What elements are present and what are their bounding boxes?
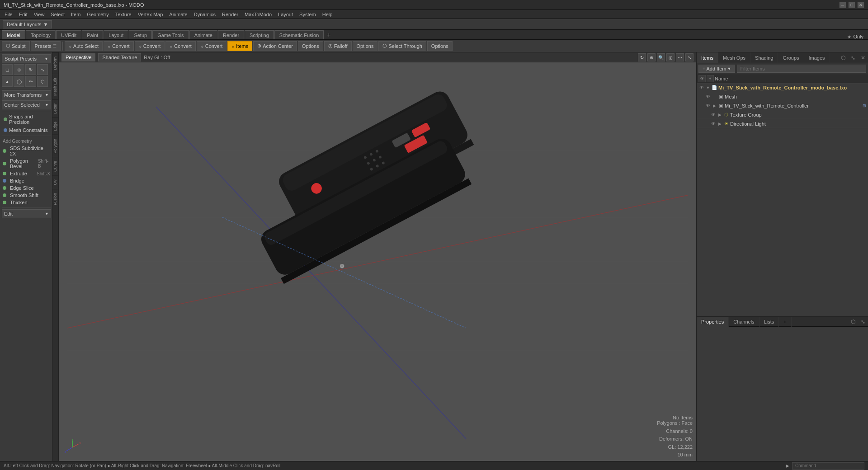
- sculpt-presets-header[interactable]: Sculpt Presets ▼: [2, 54, 51, 63]
- icon-cell-5[interactable]: ▲: [2, 76, 13, 87]
- viewport-zoom-icon[interactable]: 🔍: [657, 53, 665, 61]
- side-tab-uv[interactable]: UV: [52, 175, 58, 189]
- presets-button[interactable]: Presets ☰: [31, 41, 61, 51]
- tab-scripting[interactable]: Scripting: [245, 30, 274, 39]
- item-row-root[interactable]: 👁 ▼ 📄 Mi_TV_Stick_with_Remote_Controller…: [697, 83, 868, 92]
- menu-layout[interactable]: Layout: [275, 11, 296, 18]
- mesh-constraints-btn[interactable]: Mesh Constraints: [2, 126, 51, 134]
- icon-cell-3[interactable]: ↻: [25, 64, 36, 75]
- item-eye-root[interactable]: 👁: [698, 85, 705, 91]
- snaps-precision-btn[interactable]: Snaps and Precision: [2, 113, 51, 126]
- item-row-texture[interactable]: 👁 ▶ ⬡ Texture Group: [697, 110, 868, 119]
- item-eye-texture[interactable]: 👁: [710, 112, 717, 118]
- filter-items-input[interactable]: [737, 65, 866, 73]
- convert2-button[interactable]: ⬦ Convert: [135, 41, 165, 51]
- side-tab-mesh-edit[interactable]: Mesh Edit: [52, 74, 58, 99]
- items-button[interactable]: ⬦ Items: [227, 41, 252, 51]
- side-tab-curve[interactable]: Curve: [52, 157, 58, 175]
- menu-render[interactable]: Render: [219, 11, 241, 18]
- convert1-button[interactable]: ⬦ Convert: [104, 41, 134, 51]
- bridge-row[interactable]: Bridge: [2, 177, 51, 184]
- command-input[interactable]: [792, 462, 864, 470]
- rb-tab-channels[interactable]: Channels: [729, 317, 759, 327]
- item-row-mesh[interactable]: 👁 ▣ Mesh: [697, 92, 868, 101]
- right-tab-shading[interactable]: Shading: [750, 52, 778, 63]
- item-expand-light[interactable]: ▶: [717, 122, 722, 126]
- tab-animate[interactable]: Animate: [189, 30, 217, 39]
- convert3-button[interactable]: ⬦ Convert: [165, 41, 196, 51]
- item-eye-remote[interactable]: 👁: [705, 103, 711, 109]
- options2-button[interactable]: Options: [353, 41, 378, 51]
- right-panel-icon3[interactable]: ✕: [858, 54, 868, 62]
- edge-slice-row[interactable]: Edge Slice: [2, 184, 51, 192]
- falloff-button[interactable]: ◎ Falloff: [324, 41, 352, 51]
- side-tab-fusion[interactable]: Fusion: [52, 189, 58, 209]
- close-button[interactable]: ✕: [857, 2, 864, 8]
- item-row-remote[interactable]: 👁 ▶ ▣ Mi_TV_Stick_with_Remote_Controller…: [697, 101, 868, 110]
- sculpt-button[interactable]: ⬡ Sculpt: [2, 41, 30, 51]
- item-eye-light[interactable]: 👁: [710, 121, 717, 127]
- right-panel-icon2[interactable]: ⤡: [848, 54, 858, 62]
- smooth-shift-row[interactable]: Smooth Shift: [2, 192, 51, 199]
- menu-edit[interactable]: Edit: [16, 11, 30, 18]
- side-tab-edge[interactable]: Edge: [52, 118, 58, 135]
- tab-setup[interactable]: Setup: [129, 30, 152, 39]
- viewport[interactable]: Perspective Shaded Texture Ray GL: Off ↻…: [59, 52, 696, 461]
- col-eye-header[interactable]: 👁: [698, 75, 706, 82]
- icon-cell-1[interactable]: ◻: [2, 64, 13, 75]
- add-item-button[interactable]: + Add Item ▼: [698, 65, 735, 73]
- icon-cell-4[interactable]: ⤡: [37, 64, 48, 75]
- viewport-expand-icon[interactable]: ⤡: [685, 53, 693, 61]
- side-tab-deform[interactable]: Deform: [52, 52, 58, 74]
- options3-button[interactable]: Options: [427, 41, 453, 51]
- select-through-button[interactable]: ⬡ Select Through: [378, 41, 426, 51]
- rb-icon1[interactable]: ⬡: [848, 318, 858, 326]
- menu-animate[interactable]: Animate: [166, 11, 190, 18]
- viewport-grid-icon[interactable]: ⊕: [647, 53, 656, 61]
- more-transforms-dropdown[interactable]: More Transforms ▼: [2, 90, 51, 99]
- edit-dropdown[interactable]: Edit ▼: [2, 209, 51, 218]
- right-tab-items[interactable]: Items: [697, 52, 718, 63]
- icon-cell-8[interactable]: ⬡: [37, 76, 48, 87]
- convert4-button[interactable]: ⬦ Convert: [197, 41, 227, 51]
- right-tab-meshops[interactable]: Mesh Ops: [718, 52, 750, 63]
- side-tab-letter[interactable]: Letter: [52, 99, 58, 118]
- menu-system[interactable]: System: [297, 11, 319, 18]
- icon-cell-6[interactable]: ◯: [14, 76, 24, 87]
- menu-file[interactable]: File: [2, 11, 15, 18]
- menu-help[interactable]: Help: [320, 11, 335, 18]
- right-tab-groups[interactable]: Groups: [778, 52, 804, 63]
- options1-button[interactable]: Options: [298, 41, 323, 51]
- auto-select-button[interactable]: ⬦ Auto Select: [65, 41, 103, 51]
- side-tab-polygon[interactable]: Polygon: [52, 135, 58, 157]
- action-center-button[interactable]: ⊕ Action Center: [253, 41, 297, 51]
- viewport-tab-shaded[interactable]: Shaded Texture: [98, 53, 141, 61]
- right-panel-icon1[interactable]: ⬡: [838, 54, 848, 62]
- right-tab-images[interactable]: Images: [804, 52, 830, 63]
- menu-vertexmap[interactable]: Vertex Map: [135, 11, 166, 18]
- viewport-tab-perspective[interactable]: Perspective: [61, 53, 95, 61]
- tab-add[interactable]: +: [324, 30, 333, 39]
- tab-model[interactable]: Model: [2, 30, 25, 39]
- sds-subdivide-row[interactable]: SDS Subdivide 2X: [2, 145, 51, 157]
- menu-maxtomodo[interactable]: MaxToModo: [242, 11, 274, 18]
- icon-cell-7[interactable]: ✏: [25, 76, 36, 87]
- minimize-button[interactable]: ─: [839, 2, 846, 8]
- icon-cell-2[interactable]: ⊕: [14, 64, 24, 75]
- item-row-light[interactable]: 👁 ▶ ☀ Directional Light: [697, 119, 868, 128]
- tab-render[interactable]: Render: [218, 30, 244, 39]
- tab-layout[interactable]: Layout: [104, 30, 128, 39]
- maximize-button[interactable]: □: [848, 2, 855, 8]
- rb-tab-properties[interactable]: Properties: [697, 317, 729, 327]
- viewport-more-icon[interactable]: ⋯: [676, 53, 684, 61]
- menu-geometry[interactable]: Geometry: [84, 11, 111, 18]
- viewport-render-icon[interactable]: ◎: [666, 53, 675, 61]
- menu-dynamics[interactable]: Dynamics: [191, 11, 218, 18]
- tab-schematic[interactable]: Schematic Fusion: [274, 30, 324, 39]
- item-eye-mesh[interactable]: 👁: [705, 94, 711, 100]
- menu-item[interactable]: Item: [68, 11, 83, 18]
- rb-icon2[interactable]: ⤡: [858, 318, 868, 326]
- tab-uvedit[interactable]: UVEdit: [56, 30, 81, 39]
- tab-gametools[interactable]: Game Tools: [152, 30, 189, 39]
- viewport-settings-icon[interactable]: ↻: [638, 53, 646, 61]
